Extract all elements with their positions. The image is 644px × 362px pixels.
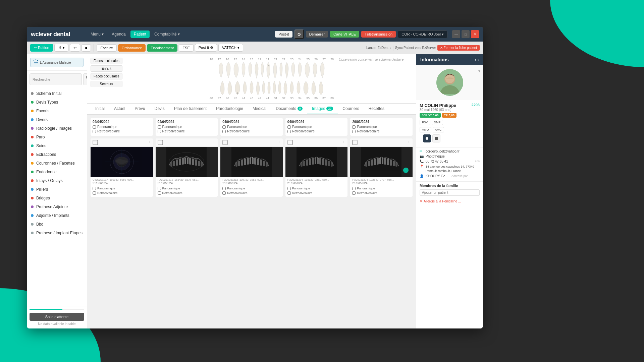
menu-dots[interactable]: ⋮ (342, 141, 345, 144)
image-card-pano-3[interactable]: ⋮ (285, 138, 348, 197)
tooth-22[interactable] (279, 62, 283, 78)
post-it-button[interactable]: Post-it (275, 31, 292, 38)
tooth-27[interactable] (312, 62, 318, 78)
carte-vitale-button[interactable]: Carte VITALE (330, 31, 359, 38)
enfant-button[interactable]: Enfant (91, 65, 122, 72)
facture-button[interactable]: Facture (97, 44, 116, 52)
retro-check[interactable] (158, 130, 161, 133)
tooth-18[interactable] (218, 62, 224, 78)
sidebar-item-divers[interactable]: Divers (27, 115, 87, 124)
sidebar-item-endo[interactable]: Endodontie (27, 168, 87, 176)
sidebar-item-bridges[interactable]: Bridges (27, 194, 87, 202)
tab-medical[interactable]: Médical (248, 104, 271, 114)
fse-button[interactable]: FSE (179, 44, 193, 52)
sidebar-item-bbd[interactable]: Bbd (27, 220, 87, 229)
salle-attente-button[interactable]: Salle d'attente (30, 313, 84, 321)
tooth-41[interactable] (267, 80, 271, 95)
amo-chip[interactable]: AMO (420, 127, 431, 132)
tooth-23[interactable] (284, 62, 289, 79)
vatech-button[interactable]: VATECH ▾ (218, 44, 243, 52)
print-button[interactable]: 🖨 ▾ (54, 44, 68, 52)
pano-thumbnail-1[interactable] (156, 147, 218, 177)
tab-recettes[interactable]: Recettes (364, 104, 389, 114)
retro-cb[interactable] (222, 191, 226, 195)
pano-cb[interactable] (93, 187, 96, 190)
tooth-43[interactable] (255, 80, 261, 96)
pano-thumbnail-3[interactable] (285, 147, 348, 177)
menu-dots[interactable]: ⋮ (212, 141, 216, 144)
minimize-button[interactable]: — (452, 30, 460, 38)
tooth-11[interactable] (265, 62, 271, 79)
pano-cb[interactable] (158, 187, 161, 190)
tooth-37[interactable] (310, 80, 317, 96)
pano-cb[interactable] (352, 187, 356, 190)
retro-cb[interactable] (352, 191, 356, 195)
sidebar-item-devis[interactable]: Devis Types (27, 98, 87, 107)
sidebar-item-inlays[interactable]: Inlays / Onlays (27, 176, 87, 185)
menu-dots[interactable]: ⋮ (277, 141, 281, 144)
tooth-46[interactable] (234, 80, 241, 96)
gear-button[interactable]: ⚙ (294, 29, 304, 39)
user-dropdown[interactable]: COR - CORDEIRO Joel ▾ (398, 31, 447, 38)
tab-actuel[interactable]: Actuel (109, 104, 130, 114)
tab-plan[interactable]: Plan de traitement (169, 104, 211, 114)
tooth-15[interactable] (240, 62, 247, 78)
retro-cb[interactable] (93, 191, 96, 195)
tooth-21[interactable] (272, 62, 278, 79)
tooth-28[interactable] (319, 62, 326, 78)
tooth-36[interactable] (302, 80, 310, 96)
search-input[interactable] (30, 73, 82, 85)
tooth-31[interactable] (272, 80, 277, 95)
tooth-47[interactable] (226, 80, 233, 96)
encaissement-button[interactable]: Encaissement (147, 44, 177, 52)
undo-button[interactable]: ↩ (70, 44, 80, 52)
sidebar-item-soins[interactable]: Soins (27, 141, 87, 150)
lancer-button[interactable]: Lancer EzDent ↓ (366, 46, 391, 50)
faces-occlusales-lower-button[interactable]: Faces occlusales (91, 73, 122, 79)
tab-documents[interactable]: Documents 9 (271, 104, 307, 114)
retro-check[interactable] (287, 130, 291, 133)
toggle-view-1[interactable] (423, 134, 431, 142)
amc-chip[interactable]: AMC (433, 127, 444, 132)
tab-prevu[interactable]: Prévu (130, 104, 150, 114)
tooth-13[interactable] (254, 62, 259, 79)
tooth-35[interactable] (296, 80, 302, 95)
sidebar-item-couronnes[interactable]: Couronnes / Facettes (27, 159, 87, 168)
nav-next[interactable]: › (477, 57, 479, 62)
tooth-48[interactable] (219, 80, 226, 96)
image-card-ct[interactable]: ⋮ (91, 138, 153, 197)
fsv-chip[interactable]: FSV (420, 120, 430, 125)
retro-cb[interactable] (158, 191, 161, 195)
image-card-pano-1[interactable]: ⋮ (156, 138, 218, 197)
settings-icon[interactable]: ▾ (478, 68, 480, 74)
stop-button[interactable]: ■ (82, 44, 91, 52)
nav-prev[interactable]: ‹ (475, 57, 476, 62)
ordonnance-button[interactable]: Ordonnance (118, 44, 146, 52)
tooth-44[interactable] (249, 80, 255, 95)
retro-check[interactable] (93, 130, 96, 133)
pano-thumbnail-2[interactable] (220, 147, 283, 177)
tooth-42[interactable] (261, 80, 266, 95)
tooth-45[interactable] (242, 80, 248, 95)
pano-thumbnail-4[interactable] (350, 147, 413, 177)
sidebar-item-radio[interactable]: Radiologie / Images (27, 124, 87, 133)
tab-paro[interactable]: Parodontologie (211, 104, 248, 114)
nav-menu-item[interactable]: Menu ▾ (87, 31, 107, 38)
tab-initial[interactable]: Initial (91, 104, 109, 114)
sync-button[interactable]: Sync Patient vers EzServer (395, 46, 436, 50)
tooth-16[interactable] (232, 62, 240, 78)
tooth-17[interactable] (225, 62, 232, 78)
pano-check[interactable] (222, 125, 226, 129)
post-it-toolbar-button[interactable]: Post-it ⚙ (195, 44, 217, 52)
sidebar-item-implant-etapes[interactable]: Prothese / Implant Etapes (27, 229, 87, 237)
menu-dots[interactable]: ⋮ (148, 141, 151, 144)
image-card-pano-4[interactable]: ⋮ (350, 138, 413, 197)
tooth-32[interactable] (277, 80, 282, 95)
demarrer-button[interactable]: Démarrer (306, 31, 328, 38)
nav-agenda[interactable]: Agenda (108, 31, 129, 38)
tooth-33[interactable] (283, 80, 288, 96)
phototeque-row[interactable]: 📷 Photothèque (420, 155, 480, 158)
sidebar-item-schema[interactable]: Schema Initial (27, 89, 87, 98)
sidebar-item-prothese[interactable]: Prothese Adjointe (27, 202, 87, 211)
teletransmission-button[interactable]: Télétransmission (361, 31, 396, 38)
